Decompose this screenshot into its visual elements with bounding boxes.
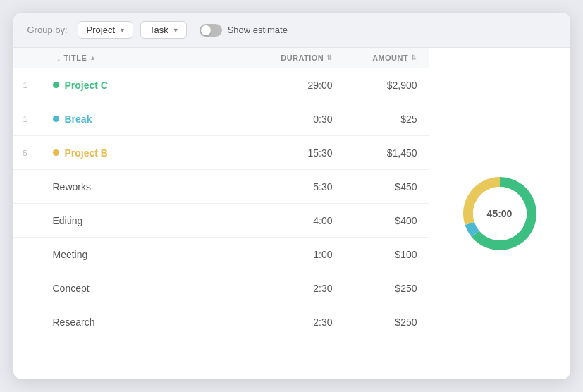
group-by-label: Group by: — [27, 25, 68, 35]
row-title-text: Break — [65, 114, 92, 125]
table-row[interactable]: Editing4:00$400 — [13, 204, 429, 238]
row-duration: 15:30 — [259, 147, 344, 159]
row-title: Editing — [47, 215, 259, 226]
th-title-arrow: ▲ — [90, 54, 96, 61]
project-chevron-icon: ▼ — [119, 27, 125, 34]
row-title: Meeting — [47, 249, 259, 260]
main-card: Group by: Project ▼ Task ▼ Show estimate… — [13, 13, 570, 379]
row-num: 1 — [13, 81, 47, 90]
row-amount: $100 — [344, 249, 429, 260]
row-amount: $25 — [344, 114, 429, 125]
table-row[interactable]: Research2:30$250 — [13, 305, 429, 339]
table-header: ↓ TITLE ▲ DURATION ⇅ AMOUNT ⇅ — [13, 48, 429, 68]
task-dropdown-label: Task — [149, 25, 168, 35]
donut-chart: 45:00 — [454, 168, 546, 259]
th-duration-sort-icon: ⇅ — [326, 54, 332, 61]
row-title: Reworks — [47, 181, 259, 192]
table-row[interactable]: 1Break0:30$25 — [13, 102, 429, 136]
table-body: 1Project C29:00$2,9001Break0:30$255Proje… — [13, 68, 429, 339]
show-estimate-label: Show estimate — [228, 25, 288, 35]
row-duration: 0:30 — [259, 114, 344, 125]
project-dropdown-label: Project — [87, 25, 115, 35]
table-row[interactable]: Reworks5:30$450 — [13, 170, 429, 204]
row-amount: $250 — [344, 283, 429, 294]
task-dropdown[interactable]: Task ▼ — [140, 21, 187, 39]
row-title: Project C — [47, 80, 259, 91]
project-dropdown[interactable]: Project ▼ — [78, 21, 133, 39]
row-amount: $2,900 — [344, 80, 429, 91]
row-title: Research — [47, 317, 259, 328]
row-title-text: Reworks — [53, 181, 91, 192]
th-duration: DURATION ⇅ — [259, 54, 344, 62]
show-estimate-toggle[interactable] — [200, 24, 222, 37]
task-chevron-icon: ▼ — [173, 27, 179, 34]
row-num: 1 — [13, 115, 47, 123]
th-title-sort-icon: ↓ — [57, 54, 61, 62]
row-duration: 29:00 — [259, 80, 344, 91]
row-amount: $250 — [344, 317, 429, 328]
main-content: ↓ TITLE ▲ DURATION ⇅ AMOUNT ⇅ 1Project C… — [13, 48, 570, 379]
row-dot — [53, 149, 59, 156]
row-title: Break — [47, 114, 259, 125]
toolbar: Group by: Project ▼ Task ▼ Show estimate — [13, 13, 570, 48]
donut-center-label: 45:00 — [487, 208, 513, 219]
row-dot — [53, 82, 59, 88]
toggle-knob — [201, 25, 211, 35]
table-row[interactable]: 1Project C29:00$2,900 — [13, 68, 429, 102]
th-num — [13, 54, 47, 62]
table-row[interactable]: Concept2:30$250 — [13, 271, 429, 305]
row-duration: 4:00 — [259, 215, 344, 226]
row-amount: $400 — [344, 215, 429, 226]
th-amount: AMOUNT ⇅ — [344, 54, 429, 62]
show-estimate-toggle-area: Show estimate — [200, 24, 288, 37]
row-duration: 2:30 — [259, 317, 344, 328]
table-row[interactable]: 5Project B15:30$1,450 — [13, 136, 429, 170]
row-title-text: Project B — [65, 147, 108, 159]
row-title-text: Meeting — [53, 249, 88, 260]
th-title: ↓ TITLE ▲ — [47, 54, 259, 62]
row-amount: $1,450 — [344, 147, 429, 159]
row-title: Concept — [47, 283, 259, 294]
row-amount: $450 — [344, 181, 429, 192]
table-row[interactable]: Meeting1:00$100 — [13, 238, 429, 271]
row-dot — [53, 116, 59, 122]
row-title-text: Concept — [53, 283, 90, 294]
row-duration: 5:30 — [259, 181, 344, 192]
th-amount-sort-icon: ⇅ — [411, 54, 417, 61]
row-title-text: Editing — [53, 215, 83, 226]
row-num: 5 — [13, 149, 47, 157]
row-title-text: Project C — [65, 80, 108, 91]
table-section: ↓ TITLE ▲ DURATION ⇅ AMOUNT ⇅ 1Project C… — [13, 48, 429, 379]
row-duration: 1:00 — [259, 249, 344, 260]
row-duration: 2:30 — [259, 283, 344, 294]
chart-section: 45:00 — [429, 48, 570, 379]
row-title-text: Research — [53, 317, 95, 328]
row-title: Project B — [47, 147, 259, 159]
